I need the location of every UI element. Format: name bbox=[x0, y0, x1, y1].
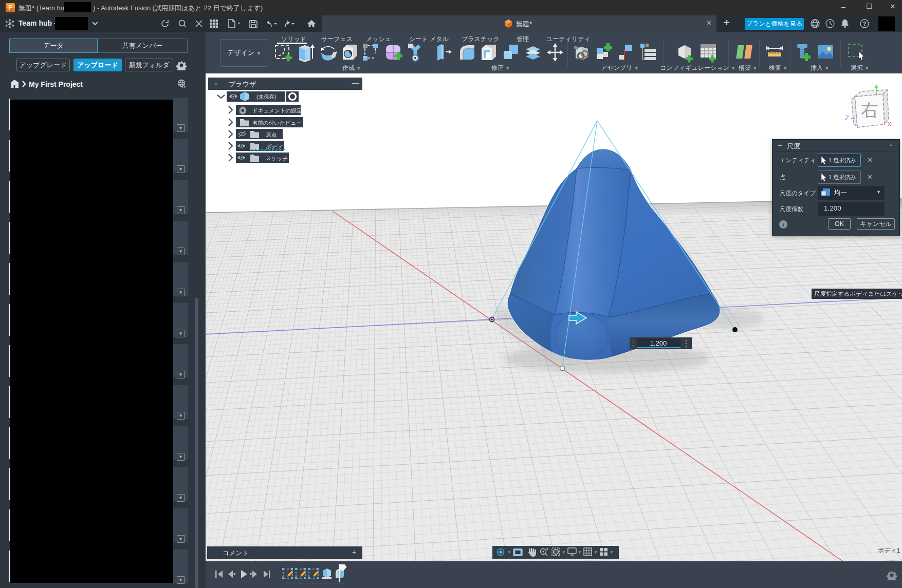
svg-text:F: F bbox=[8, 4, 12, 11]
svg-text:ボディ: ボディ bbox=[266, 143, 282, 149]
svg-text:▼: ▼ bbox=[578, 550, 582, 555]
svg-text:ボディ1: ボディ1 bbox=[878, 547, 900, 554]
svg-text:尺度指定するボディまたはスケッチを選: 尺度指定するボディまたはスケッチを選 bbox=[814, 291, 902, 297]
svg-text:▼: ▼ bbox=[562, 550, 566, 555]
svg-text:名前の付いたビュー: 名前の付いたビュー bbox=[252, 120, 302, 126]
svg-text:▼: ▼ bbox=[594, 550, 598, 555]
svg-text:原点: 原点 bbox=[266, 131, 277, 138]
svg-text:右: 右 bbox=[861, 100, 878, 120]
svg-text:スケッチ: スケッチ bbox=[266, 155, 288, 161]
svg-text:▼: ▼ bbox=[507, 550, 511, 555]
svg-text:▼: ▼ bbox=[610, 550, 614, 555]
svg-text:(未保存): (未保存) bbox=[256, 93, 277, 100]
svg-text:Z –: Z – bbox=[845, 114, 855, 122]
svg-text:X: X bbox=[887, 120, 892, 128]
svg-text:1.200: 1.200 bbox=[650, 339, 667, 347]
svg-text:ドキュメントの設定: ドキュメントの設定 bbox=[252, 107, 302, 113]
svg-text:?: ? bbox=[863, 21, 867, 27]
svg-text:i: i bbox=[782, 221, 784, 227]
